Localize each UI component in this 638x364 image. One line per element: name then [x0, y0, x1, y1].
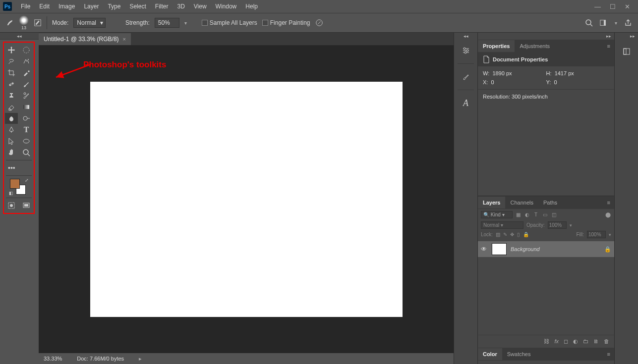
- collapse-far-right-icon[interactable]: ▸▸: [615, 33, 638, 40]
- pen-tool[interactable]: [5, 124, 18, 135]
- adjustments-icon[interactable]: [458, 43, 474, 58]
- share-icon[interactable]: [624, 19, 632, 27]
- canvas-viewport[interactable]: [39, 46, 454, 353]
- minimize-button[interactable]: —: [594, 3, 601, 10]
- new-adjustment-icon[interactable]: ◐: [573, 338, 578, 345]
- tool-preset-icon[interactable]: [6, 19, 14, 27]
- smudge-tool[interactable]: [5, 113, 18, 124]
- hand-tool[interactable]: [5, 147, 18, 158]
- default-colors-icon[interactable]: ◧: [9, 191, 13, 196]
- swap-colors-icon[interactable]: ⤢: [25, 178, 29, 183]
- libraries-icon[interactable]: [619, 44, 635, 59]
- history-brush-tool[interactable]: [20, 90, 33, 101]
- menu-window[interactable]: Window: [212, 1, 241, 12]
- tab-swatches[interactable]: Swatches: [502, 348, 536, 360]
- brush-tool[interactable]: [20, 79, 33, 90]
- visibility-toggle-icon[interactable]: 👁: [481, 246, 488, 253]
- blend-mode-select[interactable]: Normal ▾: [481, 221, 523, 229]
- lock-position-icon[interactable]: ✥: [510, 232, 514, 237]
- eyedropper-tool[interactable]: [20, 67, 33, 78]
- edit-toolbar-button[interactable]: •••: [5, 162, 33, 173]
- search-icon[interactable]: [585, 19, 593, 27]
- layer-lock-icon[interactable]: 🔒: [604, 246, 611, 253]
- menu-3d[interactable]: 3D: [173, 1, 188, 12]
- canvas[interactable]: [90, 82, 403, 317]
- layer-thumbnail[interactable]: [492, 243, 507, 255]
- foreground-color[interactable]: [10, 179, 20, 189]
- gradient-tool[interactable]: [20, 102, 33, 112]
- menu-layer[interactable]: Layer: [80, 1, 103, 12]
- finger-painting-checkbox[interactable]: Finger Painting: [262, 19, 310, 26]
- filter-pixel-icon[interactable]: ▦: [515, 211, 522, 218]
- eraser-tool[interactable]: [5, 102, 18, 112]
- shape-tool[interactable]: [20, 136, 33, 147]
- close-tab-icon[interactable]: ×: [123, 36, 126, 42]
- delete-layer-icon[interactable]: 🗑: [604, 338, 609, 345]
- mode-select[interactable]: Normal ▾: [73, 18, 106, 28]
- kind-filter-select[interactable]: 🔍 Kind ▾: [481, 211, 513, 218]
- close-button[interactable]: ✕: [625, 3, 630, 10]
- move-tool[interactable]: [5, 45, 18, 55]
- layer-row-background[interactable]: 👁 Background 🔒: [478, 241, 614, 257]
- lock-pixels-icon[interactable]: ✎: [503, 232, 507, 237]
- menu-image[interactable]: Image: [55, 1, 79, 12]
- layer-name[interactable]: Background: [511, 246, 540, 252]
- tab-properties[interactable]: Properties: [478, 40, 515, 52]
- layer-fx-icon[interactable]: fx: [554, 338, 559, 345]
- panel-menu-icon[interactable]: ≡: [603, 351, 614, 357]
- maximize-button[interactable]: ☐: [610, 3, 616, 10]
- workspace-dropdown-icon[interactable]: ▾: [615, 20, 617, 26]
- screen-mode-tool[interactable]: [20, 200, 33, 211]
- filter-adjust-icon[interactable]: ◐: [523, 211, 530, 218]
- add-mask-icon[interactable]: ◻: [564, 338, 568, 345]
- lock-all-icon[interactable]: 🔒: [523, 232, 529, 237]
- filter-smart-icon[interactable]: ◫: [550, 211, 557, 218]
- dodge-tool[interactable]: [20, 113, 33, 124]
- brush-preset[interactable]: 13: [19, 15, 29, 30]
- menu-file[interactable]: File: [17, 1, 34, 12]
- fill-input[interactable]: 100%: [587, 231, 606, 238]
- lock-transparency-icon[interactable]: ▨: [496, 232, 500, 237]
- new-layer-icon[interactable]: 🗎: [593, 338, 599, 345]
- type-tool[interactable]: T: [20, 124, 33, 135]
- workspace-switcher-icon[interactable]: [600, 19, 608, 27]
- collapse-panels-icon[interactable]: ▸▸: [478, 33, 614, 40]
- pressure-size-icon[interactable]: [315, 19, 323, 27]
- new-group-icon[interactable]: 🗀: [583, 338, 588, 345]
- doc-info[interactable]: Doc: 7.66M/0 bytes: [77, 356, 124, 362]
- tab-layers[interactable]: Layers: [478, 197, 505, 208]
- opacity-input[interactable]: 100%: [548, 221, 567, 229]
- tab-channels[interactable]: Channels: [505, 197, 538, 208]
- healing-brush-tool[interactable]: [5, 79, 18, 90]
- tab-paths[interactable]: Paths: [538, 197, 562, 208]
- statusbar-flyout-icon[interactable]: ▸: [139, 356, 142, 362]
- filter-type-icon[interactable]: T: [532, 211, 539, 218]
- brush-panel-toggle-icon[interactable]: [34, 19, 42, 27]
- clone-stamp-tool[interactable]: [5, 90, 18, 101]
- panel-menu-icon[interactable]: ≡: [603, 200, 614, 206]
- tab-color[interactable]: Color: [478, 348, 502, 360]
- quick-select-tool[interactable]: [20, 56, 33, 67]
- menu-help[interactable]: Help: [241, 1, 262, 12]
- crop-tool[interactable]: [5, 67, 18, 78]
- quick-mask-tool[interactable]: [5, 200, 18, 211]
- strength-input[interactable]: 50%: [155, 18, 179, 28]
- brushes-icon[interactable]: [458, 69, 474, 85]
- filter-shape-icon[interactable]: ▭: [541, 211, 548, 218]
- lock-artboard-icon[interactable]: ▯: [517, 232, 520, 237]
- menu-select[interactable]: Select: [125, 1, 150, 12]
- collapse-right-icon[interactable]: ◂◂: [454, 33, 477, 40]
- document-tab[interactable]: Untitled-1 @ 33.3% (RGB/8) ×: [39, 33, 131, 45]
- filter-toggle-icon[interactable]: ⬤: [604, 211, 611, 218]
- zoom-tool[interactable]: [20, 147, 33, 158]
- tab-adjustments[interactable]: Adjustments: [515, 40, 555, 52]
- character-icon[interactable]: A: [458, 95, 474, 111]
- sample-all-layers-checkbox[interactable]: Sample All Layers: [202, 19, 257, 26]
- menu-view[interactable]: View: [190, 1, 211, 12]
- marquee-tool[interactable]: [20, 45, 33, 55]
- collapse-left-icon[interactable]: ◂◂: [0, 33, 39, 40]
- lasso-tool[interactable]: [5, 56, 18, 67]
- link-layers-icon[interactable]: ⛓: [544, 338, 549, 345]
- menu-type[interactable]: Type: [104, 1, 124, 12]
- menu-edit[interactable]: Edit: [35, 1, 54, 12]
